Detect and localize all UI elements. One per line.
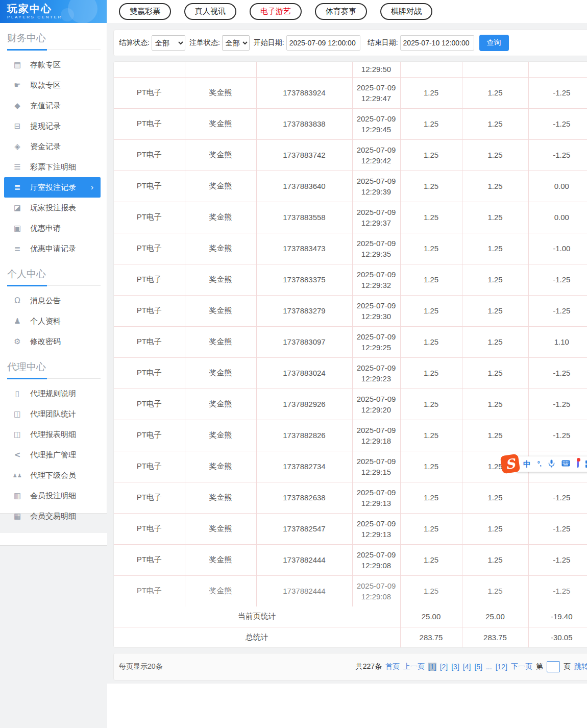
keyboard-icon[interactable] (561, 460, 570, 468)
cell-bet-time: 2025-07-0912:29:42 (352, 139, 400, 171)
app-logo: 玩家中心 PLAYERS CENTER (0, 0, 107, 23)
moneybag-icon: ◆ (12, 101, 22, 110)
cell-game-type: PT电子 (114, 295, 185, 326)
sidebar-item-label: 优惠申请记录 (30, 244, 76, 254)
sidebar-item-label: 充值记录 (30, 101, 61, 111)
sidebar-item-promo-apply-records[interactable]: ≡ 优惠申请记录 (4, 238, 101, 259)
sidebar-item-lottery-bet-details[interactable]: ☰ 彩票下注明细 (4, 157, 101, 177)
cell-win-loss: -1.25 (528, 108, 587, 139)
sidebar-item-funds-records[interactable]: ◈ 资金记录 (4, 136, 101, 157)
cell-bet-amount: 1.25 (400, 108, 462, 139)
page-number-4[interactable]: [4] (463, 663, 471, 671)
sidebar-item-change-password[interactable]: ⚙ 修改密码 (4, 331, 101, 352)
sidebar-item-agent-promotion[interactable]: < 代理推广管理 (4, 445, 101, 465)
page-number-12[interactable]: [12] (496, 663, 507, 671)
tab-lottery[interactable]: 雙赢彩票 (119, 3, 171, 20)
cell-game-type: PT电子 (114, 139, 185, 171)
cell-bet-time: 2025-07-0912:29:15 (352, 451, 400, 482)
ime-punctuation-icon[interactable]: º, (537, 461, 542, 467)
tab-electronic-games[interactable]: 电子游艺 (250, 3, 302, 20)
sidebar-item-hall-bet-records[interactable]: ≣ 厅室投注记录 › (4, 177, 101, 198)
table-row: PT电子 奖金熊 1737883473 2025-07-0912:29:35 1… (114, 233, 587, 264)
sogou-logo-icon[interactable]: S (500, 454, 521, 474)
tab-live-casino[interactable]: 真人视讯 (184, 3, 236, 20)
cell-order-no: 1737882734 (256, 451, 352, 482)
ime-skin-icon[interactable] (577, 460, 579, 468)
table-row: PT电子 奖金熊 1737883924 2025-07-0912:29:47 1… (114, 77, 587, 108)
table-row-partial: 12:29:50 (114, 62, 587, 77)
table-row: PT电子 奖金熊 1737883097 2025-07-0912:29:25 1… (114, 326, 587, 357)
page-number-3[interactable]: [3] (451, 663, 459, 671)
newspaper-icon: ◫ (12, 430, 22, 439)
tab-sports[interactable]: 体育赛事 (315, 3, 367, 20)
sidebar-item-recharge-records[interactable]: ◆ 充值记录 (4, 95, 101, 116)
microphone-icon[interactable] (548, 459, 555, 469)
page-number-5[interactable]: [5] (474, 663, 482, 671)
sidebar-item-player-bet-report[interactable]: ◪ 玩家投注报表 (4, 198, 101, 218)
first-page-link[interactable]: 首页 (385, 662, 400, 671)
start-date-input[interactable] (286, 35, 360, 51)
jump-suffix-label: 页 (564, 662, 571, 671)
cell-win-loss: -1.25 (528, 482, 587, 513)
cell-win-loss: 0.00 (528, 171, 587, 202)
settle-status-label: 结算状态: (119, 38, 150, 47)
cell-bet-time: 2025-07-0912:29:20 (352, 389, 400, 420)
tab-board-games[interactable]: 棋牌对战 (380, 3, 432, 20)
cell-bet-amount: 1.25 (400, 139, 462, 171)
cell-win-loss: -1.25 (528, 575, 587, 606)
cell-game-name: 奖金熊 (185, 575, 256, 606)
sidebar-item-label: 代理推广管理 (30, 450, 76, 460)
sidebar-item-announcements[interactable]: Ω 消息公告 (4, 290, 101, 311)
sidebar-item-member-bet-details[interactable]: ▥ 会员投注明细 (4, 486, 101, 506)
order-status-select[interactable]: 全部 (222, 35, 250, 51)
end-date-input[interactable] (400, 35, 474, 51)
cell-order-no: 1737883640 (256, 171, 352, 202)
cell-win-loss: -1.25 (528, 420, 587, 451)
cell-order-no: 1737882826 (256, 420, 352, 451)
cell-game-type: PT电子 (114, 420, 185, 451)
cell-valid-bet: 1.25 (462, 233, 528, 264)
cell-game-type: PT电子 (114, 389, 185, 420)
cell-bet-time: 2025-07-0912:29:23 (352, 357, 400, 389)
sidebar-item-withdrawal-records[interactable]: ⊟ 提现记录 (4, 116, 101, 136)
page-number-2[interactable]: [2] (440, 663, 448, 671)
cell-game-type: PT电子 (114, 233, 185, 264)
cell-bet-time: 2025-07-0912:29:25 (352, 326, 400, 357)
bell-icon: Ω (12, 296, 22, 305)
table-row: PT电子 奖金熊 1737882444 2025-07-0912:29:08 1… (114, 544, 587, 575)
sidebar-item-agent-team-stats[interactable]: ◫ 代理团队统计 (4, 404, 101, 424)
cell-bet-time: 2025-07-0912:29:35 (352, 233, 400, 264)
page-number-1[interactable]: [1] (428, 663, 436, 671)
content-footer-area (107, 684, 587, 728)
sidebar-item-deposit-zone[interactable]: ▤ 存款专区 (4, 55, 101, 75)
sidebar-item-promo-apply[interactable]: ▣ 优惠申请 (4, 218, 101, 238)
page-jump-input[interactable] (547, 661, 560, 672)
next-page-link[interactable]: 下一页 (511, 662, 532, 671)
cell-win-loss: 1.10 (528, 326, 587, 357)
cell-bet-time: 2025-07-0912:29:18 (352, 420, 400, 451)
sidebar-item-agent-sub-members[interactable]: ♟♟ 代理下级会员 (4, 465, 101, 486)
cell-game-name: 奖金熊 (185, 544, 256, 575)
deposit-card-icon: ▤ (12, 60, 22, 69)
settle-status-select[interactable]: 全部 (152, 35, 185, 51)
cell-valid-bet: 1.25 (462, 357, 528, 389)
cell-game-name: 奖金熊 (185, 171, 256, 202)
cell-bet-amount: 1.25 (400, 357, 462, 389)
ime-chinese-mode-icon[interactable]: 中 (523, 460, 531, 468)
cell-bet-amount: 1.25 (400, 575, 462, 606)
sidebar-item-profile[interactable]: ♟ 个人资料 (4, 311, 101, 331)
sidebar-item-agent-rules[interactable]: ▯ 代理规则说明 (4, 383, 101, 404)
sidebar-item-member-transaction-details[interactable]: ▦ 会员交易明细 (4, 506, 101, 526)
cell-bet-amount: 1.25 (400, 420, 462, 451)
cell-order-no: 1737883924 (256, 77, 352, 108)
total-summary-row: 总统计 283.75 283.75 -30.05 (114, 627, 587, 647)
section-divider (7, 49, 101, 51)
cell-win-loss: -1.25 (528, 295, 587, 326)
sidebar-item-agent-report-details[interactable]: ◫ 代理报表明细 (4, 424, 101, 445)
prev-page-link[interactable]: 上一页 (403, 662, 425, 671)
query-button[interactable]: 查询 (479, 35, 509, 51)
page-summary-row: 当前页统计 25.00 25.00 -19.40 (114, 606, 587, 627)
jump-button[interactable]: 跳转 (574, 662, 587, 671)
sidebar-item-withdraw-zone[interactable]: ☛ 取款专区 (4, 75, 101, 95)
sidebar-item-label: 消息公告 (30, 296, 61, 306)
